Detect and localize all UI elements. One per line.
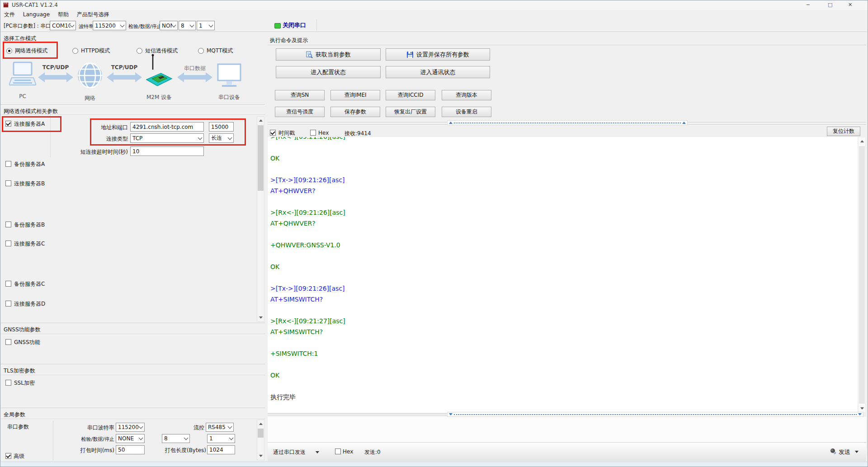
send-button[interactable]: 发送 bbox=[830, 447, 861, 457]
log-line: AT+QHWVER? bbox=[270, 185, 854, 196]
radio-httpd[interactable] bbox=[72, 48, 78, 54]
gnss-checkbox[interactable] bbox=[5, 339, 11, 345]
scrollbar-up-button[interactable] bbox=[859, 138, 865, 145]
menu-product-model[interactable]: 产品型号选择 bbox=[74, 10, 113, 19]
server-d-checkbox[interactable] bbox=[5, 301, 11, 307]
radio-sms[interactable] bbox=[137, 48, 142, 54]
advanced-checkbox[interactable] bbox=[5, 453, 11, 459]
radio-net-passthrough[interactable] bbox=[6, 48, 12, 54]
log-line: >[Tx->][09:21:26][asc] bbox=[270, 175, 854, 185]
backup-server-a-checkbox[interactable] bbox=[5, 161, 11, 167]
close-port-button[interactable]: 关闭串口 bbox=[274, 20, 314, 30]
menu-language[interactable]: Language bbox=[20, 10, 53, 19]
set-save-all-label: 设置并保存所有参数 bbox=[416, 51, 469, 59]
global-parity-select[interactable]: NONE bbox=[116, 434, 145, 443]
m2m-device-icon bbox=[145, 53, 174, 91]
query-version-button[interactable]: 查询版本 bbox=[442, 90, 491, 100]
ssl-label: SSL加密 bbox=[14, 380, 35, 387]
divider bbox=[0, 419, 265, 419]
log-content: >[Rx<-][09:21:26][asc]OK>[Tx->][09:21:26… bbox=[270, 137, 854, 412]
triangle-up-icon bbox=[259, 119, 263, 122]
scrollbar-up-button[interactable] bbox=[257, 420, 264, 427]
server-address-input[interactable] bbox=[130, 122, 204, 132]
chevron-down-icon bbox=[184, 436, 189, 440]
log-splitter-handle[interactable] bbox=[447, 120, 688, 125]
reset-count-button[interactable]: 复位计数 bbox=[827, 127, 860, 136]
baud-select[interactable]: 115200 bbox=[93, 21, 126, 30]
scrollbar-down-button[interactable] bbox=[257, 314, 264, 321]
baud-value: 115200 bbox=[95, 23, 121, 29]
keepalive-select[interactable]: 长连 bbox=[209, 133, 234, 143]
log-line bbox=[270, 272, 854, 283]
server-c-label: 连接服务器C bbox=[14, 241, 45, 247]
global-baud-select[interactable]: 115200 bbox=[116, 423, 145, 432]
log-line: >[Rx<-][09:21:26][asc] bbox=[270, 207, 854, 218]
scrollbar-down-button[interactable] bbox=[257, 453, 264, 459]
query-signal-button[interactable]: 查信号强度 bbox=[275, 107, 325, 117]
databits-select[interactable]: 8 bbox=[179, 21, 196, 30]
ssl-checkbox[interactable] bbox=[5, 380, 11, 386]
scrollbar-up-button[interactable] bbox=[257, 117, 264, 124]
parity-select[interactable]: NONI bbox=[160, 21, 178, 30]
scrollbar-down-button[interactable] bbox=[859, 405, 865, 412]
enter-comm-button[interactable]: 进入通讯状态 bbox=[386, 66, 490, 78]
timestamp-checkbox[interactable] bbox=[270, 130, 276, 136]
scrollbar-thumb[interactable] bbox=[859, 146, 865, 404]
enter-config-button[interactable]: 进入配置状态 bbox=[276, 66, 381, 78]
radio-mqtt[interactable] bbox=[198, 48, 204, 54]
hex-recv-checkbox[interactable] bbox=[310, 130, 316, 136]
backup-server-b-checkbox[interactable] bbox=[5, 222, 11, 227]
menu-file[interactable]: 文件 bbox=[1, 10, 18, 19]
triangle-down-icon bbox=[259, 316, 263, 319]
send-splitter-handle[interactable] bbox=[447, 412, 863, 417]
server-a-checkbox[interactable] bbox=[5, 121, 11, 127]
get-params-button[interactable]: 获取当前参数 bbox=[276, 48, 381, 61]
chevron-down-icon bbox=[198, 135, 203, 140]
pack-time-input[interactable] bbox=[116, 445, 145, 454]
query-sn-button[interactable]: 查询SN bbox=[275, 90, 325, 100]
server-b-checkbox[interactable] bbox=[5, 180, 11, 186]
chevron-down-icon bbox=[316, 451, 319, 453]
triangle-down-icon bbox=[259, 455, 263, 457]
hex-send-checkbox[interactable] bbox=[335, 448, 341, 454]
device-restart-button[interactable]: 设备重启 bbox=[442, 107, 491, 117]
server-c-checkbox[interactable] bbox=[5, 241, 11, 246]
conn-type-select[interactable]: TCP bbox=[130, 133, 204, 143]
minimize-button[interactable]: ─ bbox=[807, 2, 810, 8]
send-via-serial-button[interactable]: 通过串口发送 bbox=[273, 449, 306, 456]
exec-title: 执行命令及提示 bbox=[270, 37, 308, 44]
close-button[interactable]: ✕ bbox=[848, 2, 852, 8]
factory-reset-button[interactable]: 恢复出厂设置 bbox=[386, 107, 435, 117]
global-stopbits-select[interactable]: 1 bbox=[207, 434, 235, 443]
enter-comm-label: 进入通讯状态 bbox=[420, 68, 456, 76]
set-save-all-button[interactable]: 设置并保存所有参数 bbox=[386, 48, 490, 61]
log-line: AT+SIMSWITCH? bbox=[270, 294, 854, 305]
stopbits-select[interactable]: 1 bbox=[197, 21, 215, 30]
save-params-button[interactable]: 保存参数 bbox=[330, 107, 380, 117]
work-mode-title: 选择工作模式 bbox=[4, 35, 36, 42]
backup-server-c-checkbox[interactable] bbox=[5, 281, 11, 287]
global-title: 全局参数 bbox=[4, 411, 25, 419]
pack-len-input[interactable] bbox=[207, 445, 235, 454]
scrollbar-thumb[interactable] bbox=[258, 429, 264, 438]
maximize-button[interactable]: □ bbox=[828, 2, 832, 8]
query-iccid-label: 查询ICCID bbox=[397, 91, 423, 99]
query-iccid-button[interactable]: 查询ICCID bbox=[386, 90, 435, 100]
flow-select[interactable]: RS485 bbox=[206, 423, 234, 432]
global-baud-label: 串口波特率 bbox=[59, 425, 114, 431]
global-databits-select[interactable]: 8 bbox=[162, 434, 190, 443]
menu-help[interactable]: 帮助 bbox=[55, 10, 72, 19]
server-port-input[interactable] bbox=[209, 122, 234, 132]
send-input-area[interactable] bbox=[268, 417, 866, 442]
chevron-down-icon bbox=[120, 23, 125, 27]
gnss-label: GNSS功能 bbox=[14, 339, 40, 346]
short-timeout-input[interactable] bbox=[130, 146, 204, 156]
com-port-value: COM10 bbox=[52, 23, 71, 29]
query-imei-button[interactable]: 查询IMEI bbox=[330, 90, 380, 100]
get-params-label: 获取当前参数 bbox=[316, 51, 351, 59]
log-line bbox=[270, 229, 854, 240]
triangle-up-icon bbox=[259, 423, 263, 425]
query-sn-label: 查询SN bbox=[291, 91, 309, 99]
scrollbar-thumb[interactable] bbox=[258, 125, 264, 191]
com-port-select[interactable]: COM10 bbox=[50, 21, 76, 30]
